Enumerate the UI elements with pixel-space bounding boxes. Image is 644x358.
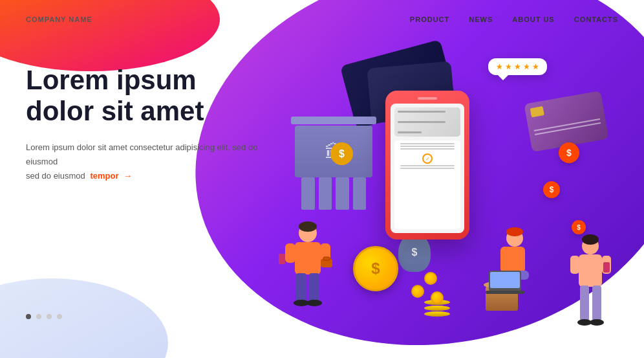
small-coin-2: [431, 291, 444, 304]
person-phone: [570, 233, 612, 337]
star-3: ★: [514, 62, 521, 71]
svg-point-30: [577, 319, 592, 326]
small-coin-3: [424, 272, 437, 285]
phone-card: [394, 107, 460, 137]
person-laptop: [482, 227, 541, 304]
svg-rect-6: [285, 243, 295, 263]
receipt-line-2: [400, 146, 455, 147]
star-5: ★: [532, 62, 539, 71]
phone-notch: [418, 97, 437, 100]
svg-rect-29: [592, 285, 601, 321]
card-line-3: [398, 131, 422, 133]
svg-rect-21: [486, 291, 524, 294]
svg-rect-14: [279, 254, 285, 264]
header: COMPANY NAME PRODUCT NEWS ABOUT US CONTA…: [0, 0, 644, 39]
dot-4[interactable]: [57, 314, 62, 319]
svg-point-2: [0, 278, 168, 358]
star-2: ★: [505, 62, 512, 71]
small-coin-1: [411, 285, 424, 298]
star-4: ★: [523, 62, 530, 71]
coin-stack-piece-3: [424, 311, 450, 317]
svg-point-4: [299, 221, 317, 232]
pillar-2: [319, 177, 332, 210]
receipt-checkmark: ✓: [422, 153, 433, 164]
pillar-1: [301, 177, 315, 210]
nav-product[interactable]: PRODUCT: [410, 16, 449, 23]
hero-content: Lorem ipsum dolor sit amet Lorem ipsum d…: [26, 65, 259, 187]
pillar-4: [353, 177, 367, 210]
phone-screen: ✓: [391, 104, 464, 233]
dollar-badge-3: $: [572, 220, 586, 234]
svg-point-31: [590, 319, 604, 326]
star-1: ★: [496, 62, 503, 71]
svg-rect-20: [490, 272, 520, 288]
dot-1[interactable]: [26, 314, 31, 319]
receipt-line-3: [400, 148, 455, 150]
card-line-1: [398, 111, 445, 113]
coin-stack-piece-2: [424, 306, 450, 311]
star-rating-bubble: ★ ★ ★ ★ ★: [488, 58, 547, 75]
nav-contacts[interactable]: CONTACTS: [574, 16, 618, 23]
card-line-2: [398, 121, 445, 123]
large-coin: $: [353, 246, 398, 291]
svg-rect-27: [603, 262, 610, 273]
svg-rect-28: [580, 285, 589, 321]
bubble-tail: [498, 75, 508, 80]
receipt-line-5: [400, 168, 455, 169]
bank-pillars: [295, 177, 372, 210]
svg-rect-25: [570, 256, 579, 274]
svg-rect-11: [309, 273, 319, 302]
illustration: 🏛 $ $ ✓: [269, 39, 631, 356]
bank-dollar-badge: $: [330, 142, 353, 165]
pillar-3: [336, 177, 349, 210]
phone-receipt: ✓: [394, 140, 460, 229]
svg-point-13: [306, 300, 322, 306]
navigation: PRODUCT NEWS ABOUT US CONTACTS: [410, 16, 618, 23]
dollar-badge-2: $: [543, 181, 560, 198]
credit-card-chip: [530, 106, 544, 117]
receipt-line-4: [400, 165, 455, 166]
svg-rect-9: [323, 257, 330, 260]
person-businessman: [282, 220, 334, 317]
dot-3[interactable]: [47, 314, 52, 319]
dollar-badge-1: $: [559, 142, 579, 163]
mobile-phone: ✓: [385, 91, 469, 240]
svg-point-16: [506, 227, 523, 236]
hero-description: Lorem ipsum dolor sit amet consectetur a…: [26, 140, 259, 183]
svg-rect-17: [500, 247, 525, 273]
bank-roof: [291, 117, 376, 124]
credit-card-lines: [534, 118, 601, 135]
nav-about[interactable]: ABOUT US: [512, 16, 554, 23]
svg-rect-10: [296, 273, 306, 302]
company-name: COMPANY NAME: [26, 16, 92, 23]
nav-news[interactable]: NEWS: [469, 16, 493, 23]
svg-point-23: [582, 234, 599, 245]
receipt-line-1: [400, 143, 455, 144]
cta-link[interactable]: tempor →: [87, 171, 132, 181]
hero-headline: Lorem ipsum dolor sit amet: [26, 65, 259, 128]
svg-rect-24: [579, 254, 602, 287]
dot-2[interactable]: [36, 314, 41, 319]
svg-rect-5: [295, 242, 321, 274]
pagination-dots: [26, 314, 62, 319]
